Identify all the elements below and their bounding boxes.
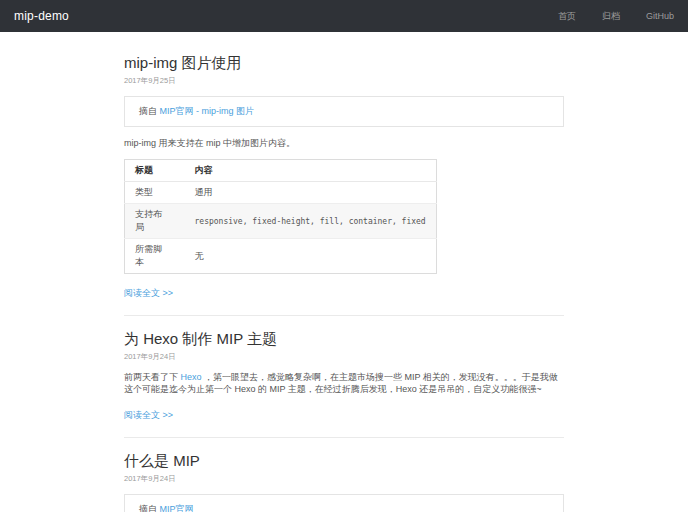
table-cell: 所需脚本 (125, 239, 185, 274)
site-brand[interactable]: mip-demo (14, 9, 69, 23)
text-segment: 摘自 (139, 504, 160, 512)
table-head: 标题内容 (125, 160, 437, 182)
post-separator (124, 315, 564, 316)
code-value: responsive, fixed-height, fill, containe… (195, 217, 426, 226)
nav-link-github[interactable]: GitHub (646, 11, 674, 21)
quote-block: 摘自 MIP官网 - mip-img 图片 (124, 96, 564, 127)
inline-link[interactable]: Hexo (181, 372, 202, 382)
table-body: 类型通用支持布局responsive, fixed-height, fill, … (125, 182, 437, 274)
post: 什么是 MIP2017年9月24日摘自 MIP官网MIP （Mobile Ins… (124, 452, 564, 512)
read-more-link[interactable]: 阅读全文 >> (124, 409, 173, 422)
text-segment: 前两天看了下 (124, 372, 181, 382)
post-date: 2017年9月24日 (124, 474, 564, 484)
post-date: 2017年9月25日 (124, 76, 564, 86)
post-separator (124, 437, 564, 438)
table-cell: responsive, fixed-height, fill, containe… (185, 204, 437, 239)
post: 为 Hexo 制作 MIP 主题2017年9月24日前两天看了下 Hexo ，第… (124, 330, 564, 422)
quote-block: 摘自 MIP官网 (124, 494, 564, 512)
site-header: mip-demo 首页归档GitHub (0, 0, 688, 32)
table-header-row: 标题内容 (125, 160, 437, 182)
text-segment: 摘自 (139, 106, 160, 116)
table-cell: 无 (185, 239, 437, 274)
post-date: 2017年9月24日 (124, 352, 564, 362)
attributes-table: 标题内容类型通用支持布局responsive, fixed-height, fi… (124, 159, 437, 274)
table-cell: 通用 (185, 182, 437, 204)
table-cell: 支持布局 (125, 204, 185, 239)
read-more-link[interactable]: 阅读全文 >> (124, 287, 173, 300)
nav-link-home[interactable]: 首页 (558, 10, 576, 23)
inline-link[interactable]: MIP官网 (160, 504, 194, 512)
text-segment: mip-img 用来支持在 mip 中增加图片内容。 (124, 138, 295, 148)
post-title[interactable]: 为 Hexo 制作 MIP 主题 (124, 330, 564, 349)
post-paragraph: 前两天看了下 Hexo ，第一眼望去，感觉略复杂啊，在主题市场搜一些 MIP 相… (124, 371, 564, 395)
nav-link-archives[interactable]: 归档 (602, 10, 620, 23)
post-title[interactable]: mip-img 图片使用 (124, 54, 564, 73)
post-paragraph: mip-img 用来支持在 mip 中增加图片内容。 (124, 137, 564, 149)
table-row: 支持布局responsive, fixed-height, fill, cont… (125, 204, 437, 239)
table-row: 类型通用 (125, 182, 437, 204)
table-row: 所需脚本无 (125, 239, 437, 274)
inline-link[interactable]: MIP官网 - mip-img 图片 (160, 106, 255, 116)
post-title[interactable]: 什么是 MIP (124, 452, 564, 471)
table-header-cell: 标题 (125, 160, 185, 182)
post-feed: mip-img 图片使用2017年9月25日摘自 MIP官网 - mip-img… (124, 32, 564, 512)
table-cell: 类型 (125, 182, 185, 204)
table-header-cell: 内容 (185, 160, 437, 182)
post: mip-img 图片使用2017年9月25日摘自 MIP官网 - mip-img… (124, 54, 564, 300)
header-nav: 首页归档GitHub (532, 10, 674, 23)
